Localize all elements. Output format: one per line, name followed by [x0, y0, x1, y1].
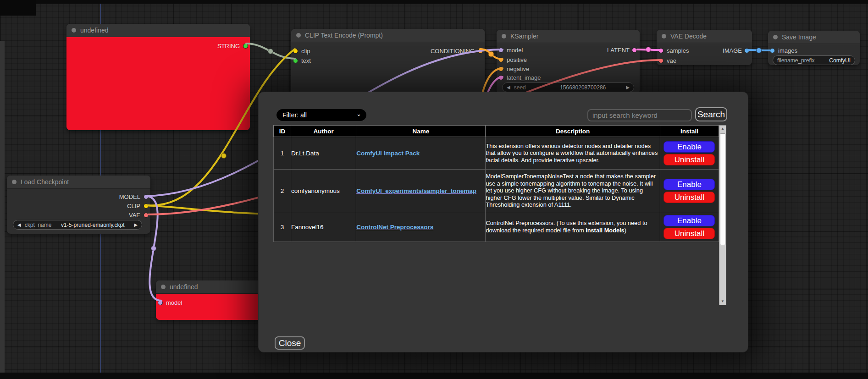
output-slot-label: MODEL	[7, 193, 140, 200]
node-title: Save Image	[782, 33, 816, 41]
ckpt-next-arrow[interactable]: ▶	[134, 223, 138, 227]
cell-name: ControlNet Preprocessors	[356, 212, 486, 242]
uninstall-button[interactable]: Uninstall	[663, 154, 715, 165]
seed-increment-arrow[interactable]: ▶	[626, 85, 630, 90]
output-slot-model[interactable]	[144, 194, 149, 199]
input-slot-negative[interactable]	[498, 66, 503, 71]
node-collapse-dot[interactable]	[662, 34, 666, 38]
input-slot-images[interactable]	[770, 48, 775, 53]
filter-dropdown-wrap: Filter: all ⌄	[276, 109, 366, 121]
output-slot-conditioning[interactable]	[478, 49, 483, 54]
node-title-bar[interactable]: undefined	[66, 24, 250, 37]
extension-link[interactable]: ComfyUI_experiments/sampler_tonemap	[356, 187, 476, 194]
input-slot-text[interactable]	[293, 58, 298, 63]
input-slot-model[interactable]	[158, 300, 163, 305]
node-undefined-top[interactable]: undefined STRING	[66, 24, 250, 130]
extension-link[interactable]: ComfyUI Impact Pack	[356, 150, 420, 157]
cell-name: ComfyUI Impact Pack	[356, 137, 486, 170]
output-slot-latent[interactable]	[632, 48, 637, 53]
comfyui-canvas[interactable]: undefined STRING CLIP Text Encode (Promp…	[0, 0, 868, 379]
node-save-image[interactable]: Save Image images filename_prefix ComfyU…	[768, 31, 860, 65]
node-title: Load Checkpoint	[21, 178, 69, 186]
output-slot-label: STRING	[66, 43, 240, 49]
uninstall-button[interactable]: Uninstall	[663, 192, 715, 203]
table-scrollbar[interactable]: ▲ ▼	[719, 125, 726, 305]
node-collapse-dot[interactable]	[12, 180, 17, 184]
ckpt-name-widget[interactable]: ◀ ckpt_name v1-5-pruned-emaonly.ckpt ▶	[13, 220, 142, 230]
scrollbar-up-arrow-icon[interactable]: ▲	[719, 126, 726, 132]
filename-prefix-widget[interactable]: filename_prefix ComfyUI	[773, 55, 855, 65]
node-load-checkpoint[interactable]: Load Checkpoint MODEL CLIP VAE ◀ ckpt_na…	[7, 176, 150, 234]
header-description: Description	[486, 126, 660, 137]
cell-author: Dr.Lt.Data	[291, 137, 356, 170]
input-slot-label: model	[166, 299, 182, 306]
uninstall-button[interactable]: Uninstall	[663, 228, 715, 239]
enable-button[interactable]: Enable	[663, 215, 715, 226]
node-title: undefined	[170, 283, 198, 291]
node-title: undefined	[80, 27, 109, 34]
output-slot-label: CLIP	[7, 203, 140, 209]
output-slot-clip[interactable]	[144, 203, 149, 209]
node-collapse-dot[interactable]	[296, 33, 301, 38]
node-title-bar[interactable]: KSampler	[497, 30, 640, 43]
ckpt-prev-arrow[interactable]: ◀	[17, 223, 21, 227]
seed-decrement-arrow[interactable]: ◀	[507, 85, 510, 90]
input-slot-positive[interactable]	[498, 57, 503, 62]
extension-link[interactable]: ControlNet Preprocessors	[356, 224, 433, 231]
node-title: CLIP Text Encode (Prompt)	[305, 32, 383, 39]
input-slot-latent-image[interactable]	[498, 75, 503, 80]
offscreen-node-edge	[0, 41, 5, 373]
node-title-bar[interactable]: VAE Decode	[657, 30, 752, 43]
node-title: KSampler	[510, 33, 538, 40]
close-button[interactable]: Close	[275, 336, 305, 350]
enable-button[interactable]: Enable	[663, 141, 715, 153]
filename-prefix-value: ComfyUI	[829, 57, 851, 64]
cell-id: 2	[274, 170, 291, 212]
node-title-bar[interactable]: CLIP Text Encode (Prompt)	[291, 29, 485, 42]
node-vae-decode[interactable]: VAE Decode samples vae IMAGE	[657, 30, 752, 65]
extension-manager-dialog: Filter: all ⌄ Search ID Author Name Desc…	[258, 92, 748, 352]
cell-install: Enable Uninstall	[660, 170, 719, 212]
node-title: VAE Decode	[670, 33, 707, 40]
node-collapse-dot[interactable]	[773, 35, 778, 39]
node-collapse-dot[interactable]	[161, 285, 166, 289]
node-collapse-dot[interactable]	[502, 34, 506, 38]
canvas-bottom-edge	[0, 373, 868, 379]
canvas-corner-block	[0, 0, 36, 16]
node-collapse-dot[interactable]	[72, 28, 76, 33]
input-slot-vae[interactable]	[658, 58, 663, 63]
output-slot-label: LATENT	[497, 47, 630, 54]
node-clip-text-encode[interactable]: CLIP Text Encode (Prompt) clip text COND…	[291, 29, 485, 98]
filter-dropdown[interactable]: Filter: all	[276, 109, 366, 121]
table-row: 2 comfyanonymous ComfyUI_experiments/sam…	[274, 170, 719, 212]
input-slot-label: positive	[507, 56, 527, 63]
node-error-body: STRING	[66, 37, 250, 130]
input-slot-label: negative	[507, 66, 529, 72]
enable-button[interactable]: Enable	[663, 179, 715, 190]
node-title-bar[interactable]: Load Checkpoint	[7, 176, 150, 189]
filename-prefix-label: filename_prefix	[777, 57, 814, 64]
output-slot-vae[interactable]	[144, 213, 149, 218]
input-slot-label: vae	[667, 57, 676, 64]
canvas-top-edge	[0, 0, 868, 4]
search-input[interactable]	[587, 109, 692, 121]
cell-name: ComfyUI_experiments/sampler_tonemap	[356, 170, 486, 212]
cell-install: Enable Uninstall	[660, 137, 719, 170]
node-title-bar[interactable]: Save Image	[768, 31, 860, 44]
node-ksampler[interactable]: KSampler model positive negative latent_…	[497, 30, 640, 94]
scrollbar-thumb[interactable]	[720, 133, 725, 245]
output-slot-label: IMAGE	[657, 47, 742, 54]
header-id: ID	[274, 126, 291, 137]
input-slot-label: text	[301, 57, 311, 64]
output-slot-string[interactable]	[243, 44, 248, 49]
search-button[interactable]: Search	[695, 107, 727, 121]
cell-description: ControlNet Preprocessors. (To use this e…	[486, 212, 660, 242]
cell-author: Fannovel16	[291, 212, 356, 242]
input-slot-label: images	[778, 47, 797, 54]
scrollbar-down-arrow-icon[interactable]: ▼	[719, 298, 726, 305]
cell-author: comfyanonymous	[291, 170, 356, 212]
ckpt-widget-label: ckpt_name	[25, 222, 52, 228]
extension-table: ID Author Name Description Install 1 Dr.…	[273, 125, 719, 242]
seed-widget[interactable]: ◀ seed 156680208700286 ▶	[502, 82, 634, 92]
output-slot-image[interactable]	[744, 48, 749, 53]
